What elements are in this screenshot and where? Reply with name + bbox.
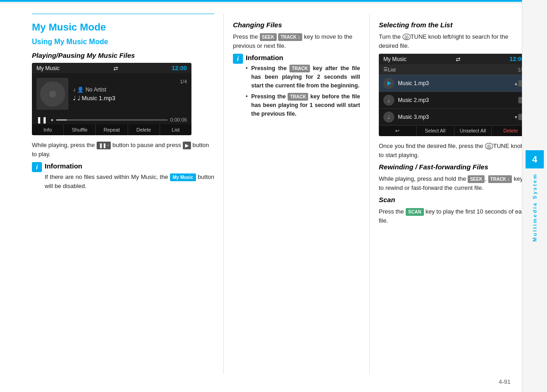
track-key-4: TRACK ↕ [488, 175, 512, 183]
info-icon-1: i [32, 162, 42, 172]
list-header-icon: ☰ [383, 66, 388, 72]
track-info: 👤 No Artist ♩ Music 1.mp3 [73, 87, 115, 102]
chapter-number: 4 [526, 150, 544, 168]
page-number: 4-91 [499, 378, 511, 385]
info-title-1: Information [45, 162, 214, 170]
sub-title: Using My Music Mode [32, 38, 214, 46]
track-title: ♩ Music 1.mp3 [73, 95, 115, 102]
right-body3: While playing, press and hold the SEEK, … [379, 174, 529, 192]
play-icon-1 [387, 81, 391, 86]
scroll-down[interactable]: ▼ [514, 115, 518, 120]
player-btn-repeat[interactable]: Repeat [96, 124, 128, 135]
player-time: 12:00 [172, 65, 187, 71]
seek-key-2: SEEK [468, 175, 485, 183]
right-section3-title: Scan [379, 196, 529, 204]
player-title: My Music [36, 65, 60, 71]
info-title-2: Information [246, 54, 360, 61]
right-body2: Once you find the desired file, press th… [379, 142, 529, 159]
list-item-name-1: Music 1.mp3 [398, 80, 514, 87]
seek-key: SEEK [260, 33, 277, 41]
left-column: My Music Mode Using My Music Mode Playin… [32, 14, 223, 374]
list-btn-unselect-all[interactable]: Unselect All [454, 126, 492, 136]
player-progress: ❚❚ ● 0:00:06 [32, 114, 191, 124]
list-items-container: Music 1.mp3 ▲ ♩ Music 2.mp3 [379, 75, 529, 126]
list-item-3[interactable]: ♩ Music 3.mp3 ▼ [379, 109, 529, 126]
list-item-1[interactable]: Music 1.mp3 ▲ [379, 75, 529, 92]
pause-key: ❚❚ · [97, 142, 111, 149]
person-icon: 👤 [77, 87, 85, 93]
right-section2-title: Rewinding / Fast-forwarding Files [379, 163, 529, 171]
player-btn-list[interactable]: List [160, 124, 191, 135]
divider [32, 14, 214, 14]
bullet1: Pressing the TRACK key after the file ha… [246, 64, 360, 90]
player-buttons: Info Shuffle Repeat Delete List [32, 124, 191, 135]
album-art [36, 78, 68, 110]
chapter-label: Multimedia System [532, 173, 537, 242]
right-body1: Turn the ◎TUNE knob left/right to search… [379, 32, 529, 50]
info-box-2: i Information Pressing the TRACK key aft… [233, 54, 360, 121]
mid-body1: Press the SEEK TRACK ↕ key to move to th… [233, 32, 360, 50]
list-item-icon-2: ♩ [383, 95, 394, 106]
right-body4: Press the SCAN key to play the first 10 … [379, 207, 529, 225]
track-key-2: TRACK [289, 65, 310, 72]
pause-icon: ❚❚ [36, 116, 47, 123]
info-text-1: If there are no files saved within My Mu… [45, 173, 214, 190]
info-icon-2: i [233, 54, 243, 64]
list-bottom-bar: ↩ Select All Unselect All Delete [379, 126, 529, 136]
album-art-inner [40, 81, 65, 107]
right-column: Selecting from the List Turn the ◎TUNE k… [369, 14, 529, 374]
list-btn-back[interactable]: ↩ [379, 126, 417, 136]
list-top-bar: My Music ⇄ 12:00 [379, 54, 529, 64]
list-icon: ⇄ [456, 56, 460, 62]
mid-column: Changing Files Press the SEEK TRACK ↕ ke… [223, 14, 369, 374]
second-border [0, 3, 547, 3]
player-main: 👤 No Artist ♩ Music 1.mp3 1/4 [32, 73, 191, 114]
list-item-2[interactable]: ♩ Music 2.mp3 [379, 92, 529, 109]
scroll-up[interactable]: ▲ [514, 81, 518, 86]
info-box-1: i Information If there are no files save… [32, 162, 214, 194]
body-text-pause: While playing, press the ❚❚ · button to … [32, 141, 214, 158]
mid-section1-title: Changing Files [233, 21, 360, 29]
main-title: My Music Mode [32, 21, 214, 33]
mymusic-key: My Music [170, 173, 196, 181]
player-icon: ⇄ [114, 65, 118, 71]
list-item-icon-3: ♩ [383, 112, 394, 122]
progress-time: 0:00:06 [170, 117, 187, 122]
player-top-bar: My Music ⇄ 12:00 [32, 63, 191, 73]
note-icon: ♩ [77, 95, 82, 102]
list-header: ☰ List 1/2 [379, 64, 529, 75]
artist-name: 👤 No Artist [73, 87, 115, 93]
progress-fill [56, 119, 67, 121]
list-header-label: List [388, 67, 396, 72]
tune-knob-icon-2: ◎ [485, 143, 493, 149]
right-section1-title: Selecting from the List [379, 21, 529, 29]
player-screen: My Music ⇄ 12:00 👤 No Artist [32, 63, 191, 135]
play-key: ▶ [183, 142, 191, 149]
tune-knob-icon: ◎ [403, 34, 411, 40]
info-content-2: Information Pressing the TRACK key after… [246, 54, 360, 121]
track-key-3: TRACK [288, 93, 308, 101]
chapter-sidebar: 4 Multimedia System [522, 0, 547, 392]
scan-key: SCAN [406, 208, 424, 216]
section1-title: Playing/Pausing My Music Files [32, 51, 214, 59]
list-btn-select-all[interactable]: Select All [417, 126, 454, 136]
list-title: My Music [383, 56, 407, 62]
progress-bar [56, 119, 168, 121]
track-key-1: TRACK ↕ [278, 33, 302, 41]
note-icon-2: ♩ [387, 97, 390, 103]
top-blue-border [0, 0, 547, 2]
dot-icon: ● [51, 117, 54, 122]
list-item-name-3: Music 3.mp3 [398, 114, 514, 120]
track-number: 1/4 [180, 78, 187, 84]
bullet2: Pressing the TRACK key before the file h… [246, 92, 360, 118]
player-btn-shuffle[interactable]: Shuffle [64, 124, 96, 135]
player-btn-delete[interactable]: Delete [128, 124, 160, 135]
list-item-name-2: Music 2.mp3 [398, 97, 518, 103]
note-icon-3: ♩ [387, 114, 390, 120]
player-btn-info[interactable]: Info [32, 124, 64, 135]
info-content-1: Information If there are no files saved … [45, 162, 214, 194]
list-item-icon-1 [383, 78, 394, 89]
list-screen: My Music ⇄ 12:00 ☰ List 1/2 Music 1.mp3 … [379, 54, 529, 136]
